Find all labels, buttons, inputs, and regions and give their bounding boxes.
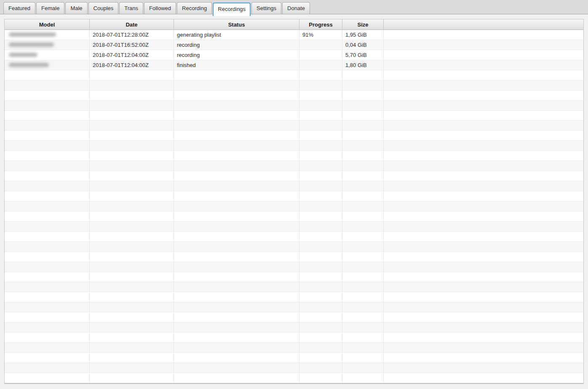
cell-size bbox=[342, 322, 384, 333]
table-row-empty bbox=[5, 70, 583, 80]
cell-size bbox=[342, 353, 384, 363]
table-row-empty bbox=[5, 212, 583, 222]
table-row-empty bbox=[5, 292, 583, 302]
column-header-model[interactable]: Model bbox=[5, 19, 90, 30]
tab-donate[interactable]: Donate bbox=[282, 2, 310, 14]
table-row-empty bbox=[5, 151, 583, 161]
cell-size bbox=[342, 343, 384, 353]
cell-size bbox=[342, 333, 384, 343]
cell-progress bbox=[299, 60, 342, 70]
cell-filler bbox=[384, 80, 583, 91]
cell-status bbox=[174, 101, 299, 111]
cell-progress bbox=[299, 171, 342, 181]
tab-featured[interactable]: Featured bbox=[3, 2, 35, 14]
cell-size bbox=[342, 232, 384, 242]
cell-date bbox=[90, 252, 174, 262]
cell-date bbox=[90, 312, 174, 322]
redacted-model-name bbox=[9, 32, 56, 37]
cell-progress bbox=[299, 101, 342, 111]
cell-status bbox=[174, 91, 299, 101]
cell-size bbox=[342, 242, 384, 252]
cell-model bbox=[5, 121, 90, 131]
cell-size: 1,95 GiB bbox=[342, 30, 384, 40]
cell-model bbox=[5, 272, 90, 282]
cell-date: 2018-07-01T12:04:00Z bbox=[90, 50, 174, 60]
cell-size bbox=[342, 70, 384, 80]
column-header-filler bbox=[384, 19, 583, 30]
tab-followed[interactable]: Followed bbox=[144, 2, 176, 14]
cell-filler bbox=[384, 121, 583, 131]
cell-date bbox=[90, 91, 174, 101]
table-row[interactable]: 2018-07-01T12:04:00Zfinished1,80 GiB bbox=[5, 60, 583, 70]
table-row[interactable]: 2018-07-01T12:04:00Zrecording5,70 GiB bbox=[5, 50, 583, 60]
tab-recordings[interactable]: Recordings bbox=[213, 3, 251, 16]
cell-size bbox=[342, 373, 384, 383]
table-row-empty bbox=[5, 181, 583, 191]
cell-status bbox=[174, 131, 299, 141]
cell-filler bbox=[384, 373, 583, 383]
cell-model bbox=[5, 302, 90, 312]
redacted-model-name bbox=[9, 53, 37, 57]
cell-model bbox=[5, 141, 90, 151]
cell-filler bbox=[384, 181, 583, 191]
column-header-size[interactable]: Size bbox=[342, 19, 384, 30]
cell-date bbox=[90, 343, 174, 353]
tab-couples[interactable]: Couples bbox=[88, 2, 119, 14]
cell-status bbox=[174, 111, 299, 121]
cell-model bbox=[5, 171, 90, 181]
cell-date: 2018-07-01T12:28:00Z bbox=[90, 30, 174, 40]
cell-filler bbox=[384, 40, 583, 50]
cell-filler bbox=[384, 363, 583, 373]
cell-size bbox=[342, 201, 384, 212]
cell-model bbox=[5, 60, 90, 70]
tab-male[interactable]: Male bbox=[65, 2, 87, 14]
cell-size bbox=[342, 131, 384, 141]
tab-recording[interactable]: Recording bbox=[177, 2, 212, 14]
cell-date bbox=[90, 322, 174, 333]
cell-date bbox=[90, 363, 174, 373]
cell-status bbox=[174, 181, 299, 191]
cell-model bbox=[5, 363, 90, 373]
column-header-date[interactable]: Date bbox=[90, 19, 174, 30]
cell-status bbox=[174, 312, 299, 322]
cell-progress bbox=[299, 333, 342, 343]
cell-status bbox=[174, 201, 299, 212]
cell-filler bbox=[384, 252, 583, 262]
tab-settings[interactable]: Settings bbox=[251, 2, 281, 14]
cell-date bbox=[90, 161, 174, 171]
cell-date bbox=[90, 242, 174, 252]
cell-filler bbox=[384, 91, 583, 101]
table-row[interactable]: 2018-07-01T16:52:00Zrecording0,04 GiB bbox=[5, 40, 583, 50]
tab-trans[interactable]: Trans bbox=[119, 2, 143, 14]
cell-status bbox=[174, 151, 299, 161]
cell-status bbox=[174, 302, 299, 312]
cell-size bbox=[342, 252, 384, 262]
cell-size bbox=[342, 262, 384, 272]
cell-model bbox=[5, 282, 90, 292]
cell-status bbox=[174, 141, 299, 151]
cell-status bbox=[174, 242, 299, 252]
cell-size bbox=[342, 272, 384, 282]
cell-date bbox=[90, 80, 174, 91]
cell-date bbox=[90, 70, 174, 80]
table-row-empty bbox=[5, 242, 583, 252]
table-body: 2018-07-01T12:28:00Zgenerating playlist9… bbox=[5, 30, 583, 383]
cell-filler bbox=[384, 50, 583, 60]
table-row-empty bbox=[5, 322, 583, 333]
cell-filler bbox=[384, 191, 583, 201]
table-row-empty bbox=[5, 343, 583, 353]
table-row-empty bbox=[5, 232, 583, 242]
cell-progress bbox=[299, 111, 342, 121]
cell-progress bbox=[299, 232, 342, 242]
column-header-progress[interactable]: Progress bbox=[299, 19, 342, 30]
table-row[interactable]: 2018-07-01T12:28:00Zgenerating playlist9… bbox=[5, 30, 583, 40]
cell-model bbox=[5, 80, 90, 91]
column-header-status[interactable]: Status bbox=[174, 19, 299, 30]
table-row-empty bbox=[5, 272, 583, 282]
cell-date bbox=[90, 292, 174, 302]
cell-model bbox=[5, 70, 90, 80]
tab-female[interactable]: Female bbox=[36, 2, 64, 14]
cell-date bbox=[90, 302, 174, 312]
cell-size bbox=[342, 141, 384, 151]
cell-progress bbox=[299, 282, 342, 292]
